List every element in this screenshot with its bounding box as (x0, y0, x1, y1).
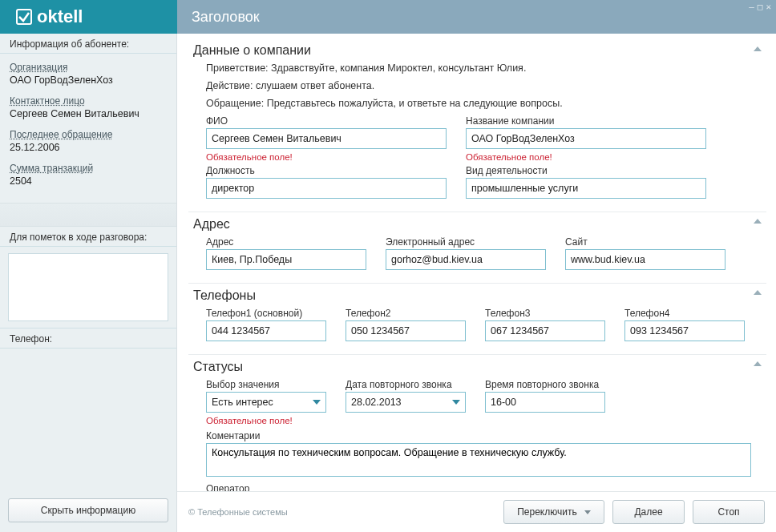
email-label: Электронный адрес (386, 236, 546, 248)
activity-input[interactable] (466, 178, 706, 199)
sidebar-info-header: Информация об абоненте: (0, 34, 176, 54)
close-icon[interactable]: ✕ (766, 2, 771, 12)
company-name-required: Обязательное поле! (466, 152, 552, 162)
sidebar-phone-header: Телефон: (0, 328, 176, 349)
sidebar-memo-header: Для пометок в ходе разговора: (0, 227, 176, 247)
company-name-input[interactable] (466, 128, 706, 149)
sidebar-info-body: Организация ОАО ГорВодЗеленХоз Контактно… (0, 54, 176, 203)
choice-required: Обязательное поле! (206, 416, 763, 425)
section-phones: Телефоны Телефон1 (основной) Телефон2 Те… (188, 283, 766, 354)
main-content: Данные о компании Приветствие: Здравству… (177, 34, 776, 532)
greeting-text: Приветствие: Здравствуйте, компания Миро… (206, 62, 763, 74)
fio-required: Обязательное поле! (206, 152, 447, 162)
callback-date-select[interactable]: 28.02.2013 (346, 392, 466, 413)
comment-textarea[interactable] (206, 443, 751, 477)
fio-input[interactable] (206, 128, 447, 149)
maximize-icon[interactable]: □ (758, 2, 763, 12)
callback-time-label: Время повторного звонка (485, 379, 605, 390)
phone3-label: Телефон3 (485, 308, 605, 319)
transactions-value: 2504 (10, 175, 167, 187)
titlebar: oktell Заголовок — □ ✕ (0, 0, 776, 34)
phone1-label: Телефон1 (основной) (206, 308, 326, 319)
company-name-label: Название компании (466, 115, 706, 127)
phone2-label: Телефон2 (346, 308, 466, 319)
site-label: Сайт (565, 236, 725, 248)
section-address-title: Адрес (193, 217, 763, 232)
phone4-label: Телефон4 (624, 308, 745, 319)
fio-label: ФИО (206, 115, 447, 127)
contact-label: Контактное лицо (10, 95, 167, 107)
comment-label: Коментарии (206, 430, 763, 441)
contact-value: Сергеев Семен Витальевич (10, 108, 167, 119)
callback-time-input[interactable] (485, 392, 605, 413)
switch-button[interactable]: Переключить (503, 500, 604, 524)
dropdown-icon (584, 510, 591, 514)
collapse-icon[interactable] (754, 361, 762, 366)
choice-value: Есть интерес (212, 397, 273, 408)
switch-button-label: Переключить (517, 506, 576, 518)
transactions-label: Сумма транзакций (10, 163, 167, 174)
last-call-label: Последнее обращение (10, 129, 167, 140)
svg-rect-0 (17, 10, 31, 24)
logo-icon (16, 9, 32, 25)
phone4-input[interactable] (624, 320, 745, 341)
next-button[interactable]: Далее (612, 500, 685, 524)
section-address: Адрес Адрес Электронный адрес Сайт (188, 212, 766, 283)
action-text: Действие: слушаем ответ абонента. (206, 80, 763, 91)
position-label: Должность (206, 165, 447, 176)
section-status-title: Статусы (193, 360, 763, 374)
window-title-bar: Заголовок — □ ✕ (177, 0, 776, 34)
phone1-input[interactable] (206, 320, 326, 341)
org-value: ОАО ГорВодЗеленХоз (10, 75, 167, 86)
last-call-value: 25.12.2006 (10, 142, 167, 153)
addr-label: Адрес (206, 236, 366, 248)
minimize-icon[interactable]: — (749, 2, 754, 12)
position-input[interactable] (206, 178, 447, 199)
email-input[interactable] (386, 249, 546, 270)
phone3-input[interactable] (485, 320, 605, 341)
choice-select[interactable]: Есть интерес (206, 392, 326, 413)
stop-button[interactable]: Стоп (693, 500, 765, 524)
brand-text: oktell (37, 6, 83, 27)
memo-textarea[interactable] (8, 253, 168, 321)
choice-label: Выбор значения (206, 379, 326, 390)
addr-input[interactable] (206, 249, 366, 270)
main-footer: © Телефонные системы Переключить Далее С… (177, 491, 776, 532)
hide-info-button[interactable]: Скрыть информацию (8, 498, 168, 522)
activity-label: Вид деятельности (466, 165, 706, 176)
phone2-input[interactable] (346, 320, 466, 341)
callback-date-value: 28.02.2013 (351, 397, 402, 408)
brand-logo: oktell (0, 0, 177, 34)
dropdown-icon (313, 400, 321, 405)
section-company-title: Данные о компании (193, 43, 763, 58)
collapse-icon[interactable] (754, 219, 762, 224)
appeal-text: Обращение: Представьтесь пожалуйста, и о… (206, 98, 763, 109)
collapse-icon[interactable] (754, 46, 762, 51)
site-input[interactable] (565, 249, 725, 270)
sidebar-spacer (0, 203, 176, 227)
collapse-icon[interactable] (754, 290, 762, 295)
sidebar: Информация об абоненте: Организация ОАО … (0, 34, 177, 532)
copyright-text: © Телефонные системы (188, 507, 495, 517)
callback-date-label: Дата повторного звонка (346, 379, 466, 390)
window-title-text: Заголовок (192, 9, 260, 26)
org-label: Организация (10, 62, 167, 73)
section-phones-title: Телефоны (193, 288, 763, 303)
window-controls: — □ ✕ (749, 2, 771, 12)
dropdown-icon (452, 400, 460, 405)
section-company: Данные о компании Приветствие: Здравству… (188, 40, 766, 212)
